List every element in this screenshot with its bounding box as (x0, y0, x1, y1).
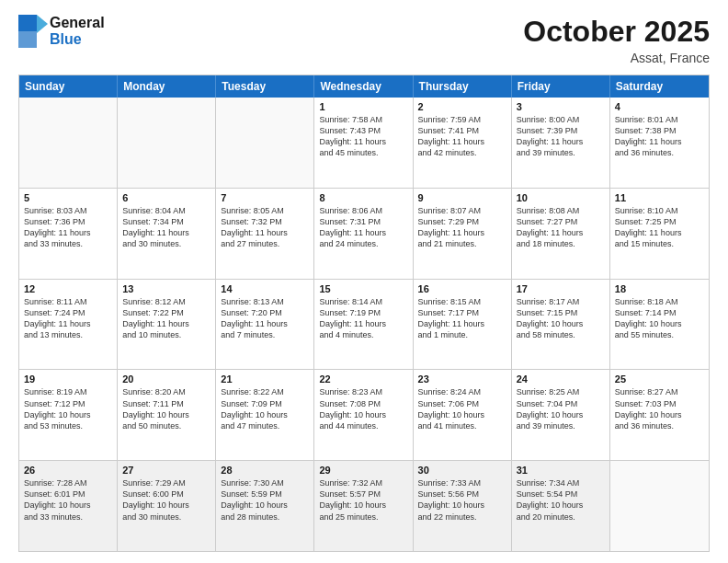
day-info: Sunrise: 8:24 AM Sunset: 7:06 PM Dayligh… (418, 386, 506, 431)
calendar-cell: 23Sunrise: 8:24 AM Sunset: 7:06 PM Dayli… (414, 370, 512, 460)
calendar-cell: 27Sunrise: 7:29 AM Sunset: 6:00 PM Dayli… (118, 461, 216, 551)
month-title: October 2025 (523, 15, 710, 49)
header: General Blue October 2025 Assat, France (18, 15, 710, 65)
day-info: Sunrise: 8:14 AM Sunset: 7:19 PM Dayligh… (319, 296, 407, 341)
day-info: Sunrise: 8:19 AM Sunset: 7:12 PM Dayligh… (24, 386, 112, 431)
day-number: 2 (418, 101, 506, 112)
calendar-header: SundayMondayTuesdayWednesdayThursdayFrid… (19, 75, 709, 98)
day-number: 31 (517, 465, 605, 476)
calendar-cell: 11Sunrise: 8:10 AM Sunset: 7:25 PM Dayli… (610, 189, 709, 279)
logo-icon (18, 15, 48, 48)
day-info: Sunrise: 8:07 AM Sunset: 7:29 PM Dayligh… (418, 205, 506, 250)
day-info: Sunrise: 8:25 AM Sunset: 7:04 PM Dayligh… (517, 386, 605, 431)
day-info: Sunrise: 8:08 AM Sunset: 7:27 PM Dayligh… (517, 205, 605, 250)
calendar-cell: 15Sunrise: 8:14 AM Sunset: 7:19 PM Dayli… (314, 280, 413, 370)
day-number: 23 (418, 373, 506, 385)
day-number: 22 (319, 373, 407, 385)
day-info: Sunrise: 8:20 AM Sunset: 7:11 PM Dayligh… (122, 386, 210, 431)
calendar-cell: 26Sunrise: 7:28 AM Sunset: 6:01 PM Dayli… (19, 461, 118, 551)
calendar-cell: 20Sunrise: 8:20 AM Sunset: 7:11 PM Dayli… (118, 370, 216, 460)
day-number: 25 (615, 373, 704, 385)
day-number: 7 (221, 192, 309, 203)
calendar-cell: 31Sunrise: 7:34 AM Sunset: 5:54 PM Dayli… (512, 461, 610, 551)
calendar-cell: 12Sunrise: 8:11 AM Sunset: 7:24 PM Dayli… (19, 280, 118, 370)
day-number: 18 (615, 283, 704, 294)
calendar-cell: 7Sunrise: 8:05 AM Sunset: 7:32 PM Daylig… (216, 189, 314, 279)
day-info: Sunrise: 8:04 AM Sunset: 7:34 PM Dayligh… (122, 205, 210, 250)
svg-rect-1 (18, 31, 37, 48)
day-number: 29 (319, 465, 407, 476)
day-number: 26 (24, 465, 112, 476)
weekday-header: Saturday (610, 75, 709, 98)
calendar-cell (216, 98, 314, 188)
calendar: SundayMondayTuesdayWednesdayThursdayFrid… (18, 75, 710, 552)
day-info: Sunrise: 7:32 AM Sunset: 5:57 PM Dayligh… (319, 477, 407, 523)
day-info: Sunrise: 8:17 AM Sunset: 7:15 PM Dayligh… (517, 296, 605, 341)
calendar-cell (19, 98, 118, 188)
day-info: Sunrise: 8:13 AM Sunset: 7:20 PM Dayligh… (221, 296, 309, 341)
day-info: Sunrise: 8:06 AM Sunset: 7:31 PM Dayligh… (319, 205, 407, 250)
day-number: 20 (122, 373, 210, 385)
day-number: 17 (517, 283, 605, 294)
calendar-cell: 9Sunrise: 8:07 AM Sunset: 7:29 PM Daylig… (414, 189, 512, 279)
calendar-cell: 8Sunrise: 8:06 AM Sunset: 7:31 PM Daylig… (314, 189, 413, 279)
day-info: Sunrise: 8:03 AM Sunset: 7:36 PM Dayligh… (24, 205, 112, 250)
day-number: 4 (615, 101, 704, 112)
day-info: Sunrise: 8:11 AM Sunset: 7:24 PM Dayligh… (24, 296, 112, 341)
day-info: Sunrise: 7:33 AM Sunset: 5:56 PM Dayligh… (418, 477, 506, 523)
calendar-cell: 17Sunrise: 8:17 AM Sunset: 7:15 PM Dayli… (512, 280, 610, 370)
day-info: Sunrise: 7:59 AM Sunset: 7:41 PM Dayligh… (418, 114, 506, 159)
title-block: October 2025 Assat, France (523, 15, 710, 65)
calendar-week: 5Sunrise: 8:03 AM Sunset: 7:36 PM Daylig… (19, 189, 709, 280)
calendar-cell: 1Sunrise: 7:58 AM Sunset: 7:43 PM Daylig… (314, 98, 413, 188)
day-info: Sunrise: 8:23 AM Sunset: 7:08 PM Dayligh… (319, 386, 407, 431)
calendar-cell: 16Sunrise: 8:15 AM Sunset: 7:17 PM Dayli… (414, 280, 512, 370)
day-info: Sunrise: 8:27 AM Sunset: 7:03 PM Dayligh… (615, 386, 704, 431)
calendar-week: 12Sunrise: 8:11 AM Sunset: 7:24 PM Dayli… (19, 280, 709, 371)
weekday-header: Friday (512, 75, 610, 98)
calendar-cell: 6Sunrise: 8:04 AM Sunset: 7:34 PM Daylig… (118, 189, 216, 279)
day-info: Sunrise: 8:22 AM Sunset: 7:09 PM Dayligh… (221, 386, 309, 431)
logo-line1: General (50, 15, 105, 31)
weekday-header: Wednesday (314, 75, 413, 98)
day-number: 11 (615, 192, 704, 203)
calendar-cell (610, 461, 709, 551)
day-number: 30 (418, 465, 506, 476)
calendar-cell: 21Sunrise: 8:22 AM Sunset: 7:09 PM Dayli… (216, 370, 314, 460)
day-number: 24 (517, 373, 605, 385)
logo-line2: Blue (50, 31, 105, 48)
day-number: 1 (319, 101, 407, 112)
day-info: Sunrise: 7:29 AM Sunset: 6:00 PM Dayligh… (122, 477, 210, 523)
day-number: 15 (319, 283, 407, 294)
day-info: Sunrise: 7:34 AM Sunset: 5:54 PM Dayligh… (517, 477, 605, 523)
day-number: 5 (24, 192, 112, 203)
calendar-cell: 13Sunrise: 8:12 AM Sunset: 7:22 PM Dayli… (118, 280, 216, 370)
day-info: Sunrise: 8:10 AM Sunset: 7:25 PM Dayligh… (615, 205, 704, 250)
day-number: 28 (221, 465, 309, 476)
day-number: 13 (122, 283, 210, 294)
day-info: Sunrise: 8:00 AM Sunset: 7:39 PM Dayligh… (517, 114, 605, 159)
calendar-cell: 30Sunrise: 7:33 AM Sunset: 5:56 PM Dayli… (414, 461, 512, 551)
svg-marker-2 (37, 15, 48, 33)
day-number: 9 (418, 192, 506, 203)
calendar-cell: 2Sunrise: 7:59 AM Sunset: 7:41 PM Daylig… (414, 98, 512, 188)
calendar-body: 1Sunrise: 7:58 AM Sunset: 7:43 PM Daylig… (19, 98, 709, 551)
calendar-cell: 5Sunrise: 8:03 AM Sunset: 7:36 PM Daylig… (19, 189, 118, 279)
calendar-cell: 29Sunrise: 7:32 AM Sunset: 5:57 PM Dayli… (314, 461, 413, 551)
calendar-cell: 10Sunrise: 8:08 AM Sunset: 7:27 PM Dayli… (512, 189, 610, 279)
calendar-cell: 25Sunrise: 8:27 AM Sunset: 7:03 PM Dayli… (610, 370, 709, 460)
day-info: Sunrise: 7:30 AM Sunset: 5:59 PM Dayligh… (221, 477, 309, 523)
day-number: 6 (122, 192, 210, 203)
calendar-cell: 22Sunrise: 8:23 AM Sunset: 7:08 PM Dayli… (314, 370, 413, 460)
calendar-cell: 24Sunrise: 8:25 AM Sunset: 7:04 PM Dayli… (512, 370, 610, 460)
day-info: Sunrise: 8:18 AM Sunset: 7:14 PM Dayligh… (615, 296, 704, 341)
calendar-week: 1Sunrise: 7:58 AM Sunset: 7:43 PM Daylig… (19, 98, 709, 189)
day-info: Sunrise: 8:12 AM Sunset: 7:22 PM Dayligh… (122, 296, 210, 341)
day-number: 8 (319, 192, 407, 203)
calendar-cell: 19Sunrise: 8:19 AM Sunset: 7:12 PM Dayli… (19, 370, 118, 460)
day-number: 21 (221, 373, 309, 385)
day-number: 10 (517, 192, 605, 203)
weekday-header: Tuesday (216, 75, 314, 98)
day-number: 12 (24, 283, 112, 294)
calendar-week: 19Sunrise: 8:19 AM Sunset: 7:12 PM Dayli… (19, 370, 709, 461)
